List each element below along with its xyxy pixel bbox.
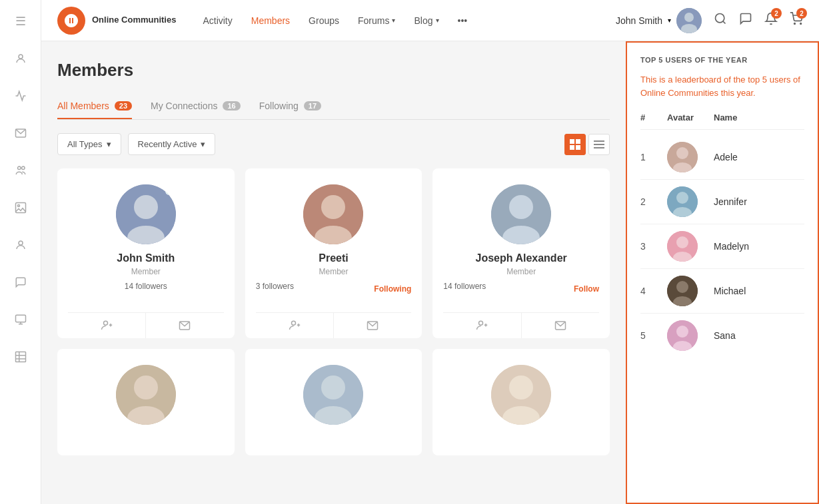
member-avatar-6 xyxy=(491,365,551,425)
name-header: Name xyxy=(714,113,804,123)
tab-connections[interactable]: My Connections 16 xyxy=(151,94,241,119)
svg-rect-10 xyxy=(15,352,25,362)
sidebar-menu-icon[interactable]: ☰ xyxy=(10,11,31,32)
lb-name-madelyn: Madelyn xyxy=(714,241,804,252)
notifications-icon[interactable]: 2 xyxy=(764,12,778,29)
svg-line-18 xyxy=(723,21,726,24)
search-icon[interactable] xyxy=(714,12,727,29)
svg-point-36 xyxy=(321,195,345,219)
lb-name-jennifer: Jennifer xyxy=(714,196,804,207)
lb-avatar-michael xyxy=(667,276,698,306)
leaderboard-row-madelyn: 3 Madelyn xyxy=(640,224,804,269)
sidebar-chat-icon[interactable] xyxy=(10,272,31,293)
type-filter[interactable]: All Types ▾ xyxy=(57,133,121,155)
message-button[interactable] xyxy=(522,313,599,338)
sidebar-user-icon[interactable] xyxy=(10,48,31,69)
tab-following[interactable]: Following 17 xyxy=(259,94,321,119)
add-friend-button[interactable] xyxy=(443,313,521,338)
lb-avatar-madelyn xyxy=(667,231,698,262)
avatar-header: Avatar xyxy=(667,113,707,123)
cart-icon[interactable]: 2 xyxy=(790,12,803,29)
main-content: Members All Members 23 My Connections 16… xyxy=(41,41,626,504)
follow-button[interactable]: Follow xyxy=(574,284,599,294)
member-card-6 xyxy=(432,349,610,455)
message-button[interactable] xyxy=(334,313,411,338)
forums-chevron: ▾ xyxy=(392,17,395,24)
svg-point-31 xyxy=(104,321,108,325)
svg-point-59 xyxy=(676,147,688,159)
sort-filter-chevron: ▾ xyxy=(201,139,205,149)
add-friend-button[interactable] xyxy=(68,313,146,338)
rank-number: 5 xyxy=(640,330,660,341)
member-role: Member xyxy=(319,267,348,276)
connections-badge: 16 xyxy=(223,101,240,111)
sidebar-image-icon[interactable] xyxy=(10,197,31,218)
view-toggle xyxy=(564,134,610,155)
member-card-joseph-alexander: Joseph Alexander Member 14 followers Fol… xyxy=(432,168,610,338)
svg-rect-26 xyxy=(594,144,604,145)
follower-count: 14 followers xyxy=(443,282,486,291)
svg-point-15 xyxy=(684,13,694,22)
sidebar-group-icon[interactable] xyxy=(10,160,31,181)
svg-point-2 xyxy=(17,166,21,170)
sidebar-table-icon[interactable] xyxy=(10,346,31,368)
following-button[interactable]: Following xyxy=(374,284,411,294)
nav-more[interactable]: ••• xyxy=(458,15,468,26)
svg-point-3 xyxy=(21,166,25,170)
leaderboard-row-adele: 1 Adele xyxy=(640,135,804,180)
member-card-john-smith: John Smith Member 14 followers xyxy=(57,168,235,338)
user-name-nav: John Smith xyxy=(616,15,662,26)
following-badge: 17 xyxy=(304,101,321,111)
main-wrapper: Online Communities Activity Members Grou… xyxy=(41,0,819,504)
svg-rect-22 xyxy=(576,139,580,144)
sidebar-activity-icon[interactable] xyxy=(10,85,31,107)
add-friend-button[interactable] xyxy=(256,313,334,338)
nav-members[interactable]: Members xyxy=(251,15,290,26)
logo-text: Online Communities xyxy=(92,15,176,26)
lb-name-michael: Michael xyxy=(714,286,804,296)
member-name: Joseph Alexander xyxy=(476,252,567,264)
list-view-button[interactable] xyxy=(588,134,610,155)
grid-view-button[interactable] xyxy=(564,134,586,155)
user-menu[interactable]: John Smith ▾ xyxy=(616,8,702,33)
nav-groups[interactable]: Groups xyxy=(309,15,339,26)
member-avatar-5 xyxy=(303,365,363,425)
sidebar-monitor-icon[interactable] xyxy=(10,309,31,330)
member-followers-row: 14 followers Follow xyxy=(443,282,599,304)
svg-point-65 xyxy=(676,236,688,248)
svg-rect-7 xyxy=(15,315,25,322)
svg-rect-23 xyxy=(570,145,574,150)
tabs: All Members 23 My Connections 16 Followi… xyxy=(57,94,610,120)
tab-all-members[interactable]: All Members 23 xyxy=(57,94,132,119)
leaderboard-row-sana: 5 Sana xyxy=(640,314,804,358)
type-filter-chevron: ▾ xyxy=(107,139,111,149)
sidebar-mail-icon[interactable] xyxy=(10,123,31,144)
sidebar-members-icon[interactable] xyxy=(10,234,31,256)
all-members-badge: 23 xyxy=(115,101,132,111)
svg-point-38 xyxy=(291,321,295,325)
logo-area[interactable]: Online Communities xyxy=(57,7,176,35)
member-avatar-4 xyxy=(116,365,176,425)
logo-icon xyxy=(57,7,85,35)
svg-point-62 xyxy=(676,192,688,204)
svg-point-50 xyxy=(134,376,158,399)
svg-rect-21 xyxy=(570,139,574,144)
leaderboard-description: This is a leaderboard of the top 5 users… xyxy=(640,73,804,99)
lb-avatar-jennifer xyxy=(667,186,698,217)
follower-count: 3 followers xyxy=(256,282,294,291)
nav-forums[interactable]: Forums ▾ xyxy=(358,15,395,26)
member-followers-row: 3 followers Following xyxy=(256,282,412,304)
svg-point-45 xyxy=(479,321,483,325)
messages-icon[interactable] xyxy=(739,12,752,29)
member-actions xyxy=(68,312,224,338)
rank-number: 3 xyxy=(640,241,660,252)
nav-blog[interactable]: Blog ▾ xyxy=(414,15,438,26)
svg-point-29 xyxy=(134,195,158,219)
svg-rect-27 xyxy=(594,147,604,148)
notification-badge: 2 xyxy=(771,8,782,19)
sort-filter[interactable]: Recently Active ▾ xyxy=(128,133,216,155)
member-card-preeti: Preeti Member 3 followers Following xyxy=(245,168,422,338)
nav-activity[interactable]: Activity xyxy=(203,15,232,26)
message-button[interactable] xyxy=(146,313,223,338)
member-name: John Smith xyxy=(117,252,175,264)
